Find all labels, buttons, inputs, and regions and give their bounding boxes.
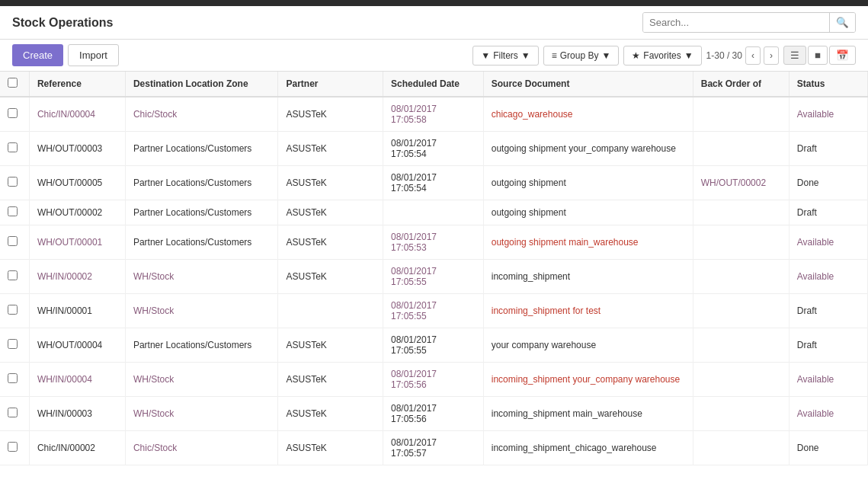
search-input[interactable] <box>643 13 829 32</box>
reference-text: WH/OUT/00005 <box>37 177 102 188</box>
row-checkbox[interactable] <box>8 408 18 417</box>
row-checkbox[interactable] <box>8 108 18 118</box>
cell-destination: Partner Locations/Customers <box>125 132 278 166</box>
star-icon: ★ <box>632 50 640 61</box>
import-button[interactable]: Import <box>68 44 119 66</box>
cell-status: Available <box>789 97 867 132</box>
row-checkbox[interactable] <box>8 142 18 152</box>
cell-partner: ASUSTeK <box>278 132 383 166</box>
favorites-button[interactable]: ★ Favorites ▼ <box>623 46 701 66</box>
cell-partner: ASUSTeK <box>278 431 383 465</box>
cell-source: chicago_warehouse <box>483 97 693 132</box>
row-checkbox[interactable] <box>8 373 18 383</box>
cell-reference: WH/OUT/00005 <box>29 166 125 200</box>
cell-reference: WH/IN/00002 <box>29 260 125 294</box>
cell-source: outgoing shipment <box>483 200 693 225</box>
reference-link[interactable]: WH/IN/00002 <box>37 271 92 282</box>
reference-link[interactable]: WH/OUT/00001 <box>37 237 102 248</box>
cell-destination: Chic/Stock <box>125 431 278 465</box>
prev-page-button[interactable]: ‹ <box>745 46 761 65</box>
partner-text: ASUSTeK <box>286 207 326 218</box>
date-text: 08/01/201717:05:55 <box>391 266 437 287</box>
destination-link[interactable]: WH/Stock <box>133 271 174 282</box>
cell-source: outgoing shipment your_company warehouse <box>483 132 693 166</box>
source-link[interactable]: incoming_shipment your_company warehouse <box>492 374 680 385</box>
filters-label: Filters <box>493 50 518 61</box>
cell-date: 08/01/201717:05:54 <box>383 166 483 200</box>
table-row: WH/OUT/00002Partner Locations/CustomersA… <box>0 200 868 225</box>
destination-link[interactable]: Chic/Stock <box>133 109 177 120</box>
date-text: 08/01/201717:05:56 <box>391 403 437 424</box>
filters-caret: ▼ <box>521 50 530 61</box>
stock-operations-table: Reference Destination Location Zone Part… <box>0 72 868 465</box>
row-checkbox[interactable] <box>8 206 18 216</box>
select-all-checkbox[interactable] <box>8 78 18 88</box>
status-badge: Available <box>797 374 834 385</box>
row-checkbox[interactable] <box>8 177 18 187</box>
grid-view-button[interactable]: ■ <box>808 46 828 65</box>
source-text: incoming_shipment_chicago_warehouse <box>492 443 657 453</box>
row-checkbox[interactable] <box>8 236 18 246</box>
row-checkbox[interactable] <box>8 339 18 349</box>
cell-reference: WH/OUT/00001 <box>29 225 125 260</box>
row-checkbox[interactable] <box>8 442 18 452</box>
cell-source: outgoing shipment <box>483 166 693 200</box>
cell-partner: ASUSTeK <box>278 328 383 363</box>
destination-text: Partner Locations/Customers <box>133 207 251 218</box>
cell-backorder <box>693 225 789 260</box>
cell-partner: ASUSTeK <box>278 97 383 132</box>
cell-status: Draft <box>789 328 867 363</box>
source-text: outgoing shipment your_company warehouse <box>492 143 676 154</box>
destination-link[interactable]: Chic/Stock <box>133 443 177 453</box>
cell-date: 08/01/201717:05:53 <box>383 225 483 260</box>
cell-partner: ASUSTeK <box>278 200 383 225</box>
destination-text: Partner Locations/Customers <box>133 340 251 350</box>
source-link[interactable]: incoming_shipment for test <box>492 305 601 316</box>
cell-date: 08/01/201717:05:54 <box>383 132 483 166</box>
cell-partner: ASUSTeK <box>278 225 383 260</box>
source-link[interactable]: outgoing shipment main_warehouse <box>492 237 639 248</box>
cell-date: 08/01/201717:05:55 <box>383 328 483 363</box>
status-badge: Available <box>797 408 834 419</box>
reference-link[interactable]: WH/IN/00004 <box>37 374 92 385</box>
search-bar: 🔍 <box>642 12 856 33</box>
partner-text: ASUSTeK <box>286 408 326 419</box>
cell-backorder <box>693 132 789 166</box>
list-view-button[interactable]: ☰ <box>783 46 806 65</box>
cell-source: incoming_shipment main_warehouse <box>483 397 693 431</box>
pagination: 1-30 / 30 ‹ › <box>706 46 779 65</box>
reference-text: WH/OUT/00004 <box>37 340 102 350</box>
reference-link[interactable]: Chic/IN/00004 <box>37 109 95 120</box>
cell-backorder <box>693 97 789 132</box>
cell-date: 08/01/201717:05:58 <box>383 97 483 132</box>
select-all-header <box>0 72 29 97</box>
next-page-button[interactable]: › <box>764 46 779 65</box>
cell-status: Done <box>789 431 867 465</box>
filter-icon: ▼ <box>481 50 490 61</box>
reference-text: WH/OUT/00003 <box>37 143 102 154</box>
search-button[interactable]: 🔍 <box>829 13 855 32</box>
cell-source: incoming_shipment <box>483 260 693 294</box>
source-link[interactable]: chicago_warehouse <box>492 109 573 120</box>
row-checkbox[interactable] <box>8 270 18 280</box>
calendar-view-button[interactable]: 📅 <box>829 46 856 65</box>
backorder-link[interactable]: WH/OUT/00002 <box>701 177 766 188</box>
create-button[interactable]: Create <box>12 44 63 66</box>
table-row: WH/OUT/00001Partner Locations/CustomersA… <box>0 225 868 260</box>
cell-backorder <box>693 363 789 397</box>
cell-destination: Partner Locations/Customers <box>125 200 278 225</box>
destination-link[interactable]: WH/Stock <box>133 408 174 419</box>
destination-link[interactable]: WH/Stock <box>133 305 174 316</box>
cell-source: incoming_shipment for test <box>483 294 693 328</box>
cell-date: 08/01/201717:05:55 <box>383 294 483 328</box>
filters-button[interactable]: ▼ Filters ▼ <box>472 46 538 66</box>
favorites-caret: ▼ <box>684 50 693 61</box>
cell-backorder <box>693 431 789 465</box>
destination-link[interactable]: WH/Stock <box>133 374 174 385</box>
groupby-button[interactable]: ≡ Group By ▼ <box>543 46 620 66</box>
cell-backorder: WH/OUT/00002 <box>693 166 789 200</box>
cell-backorder <box>693 397 789 431</box>
row-checkbox[interactable] <box>8 305 18 315</box>
status-badge: Draft <box>797 207 817 218</box>
table-row: WH/IN/00003WH/StockASUSTeK08/01/201717:0… <box>0 397 868 431</box>
